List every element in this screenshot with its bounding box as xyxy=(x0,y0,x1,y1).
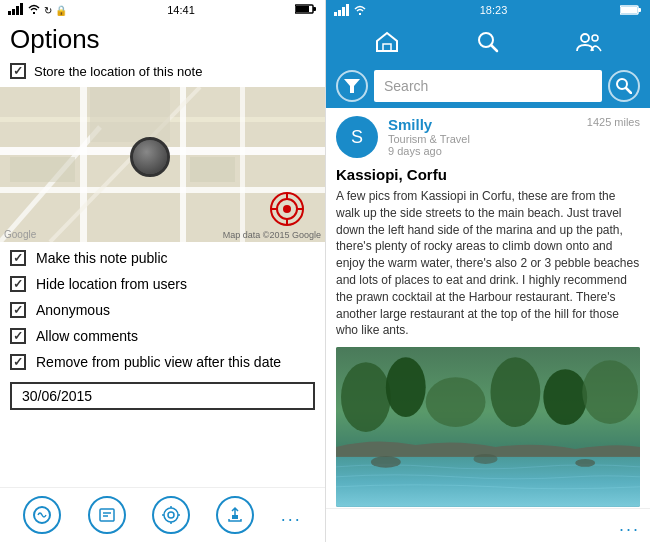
post-image xyxy=(336,347,640,507)
battery-icon-left xyxy=(295,3,317,17)
date-picker[interactable]: 30/06/2015 xyxy=(10,382,315,410)
svg-rect-12 xyxy=(80,87,87,242)
svg-point-63 xyxy=(575,459,595,467)
filter-button[interactable] xyxy=(336,70,368,102)
post-meta: Smilly Tourism & Travel 9 days ago xyxy=(388,116,577,158)
svg-rect-45 xyxy=(383,44,391,51)
toolbar-button-4[interactable] xyxy=(216,496,254,534)
svg-rect-2 xyxy=(16,6,19,15)
label-make-public: Make this note public xyxy=(36,250,168,266)
nav-search[interactable] xyxy=(470,24,506,60)
svg-rect-43 xyxy=(621,7,637,13)
wifi-icon xyxy=(27,4,41,16)
right-panel: 18:23 xyxy=(325,0,650,542)
store-location-checkbox[interactable] xyxy=(10,63,26,79)
post-username: Smilly xyxy=(388,116,577,133)
search-submit-button[interactable] xyxy=(608,70,640,102)
page-title: Options xyxy=(0,20,325,63)
signal-icons-right xyxy=(334,4,367,16)
left-panel: ↻ 🔒 14:41 Options Store the location of … xyxy=(0,0,325,542)
svg-rect-5 xyxy=(296,6,309,12)
search-placeholder: Search xyxy=(384,78,592,94)
svg-rect-38 xyxy=(334,12,337,16)
post-card: S Smilly Tourism & Travel 9 days ago 142… xyxy=(326,108,650,508)
svg-point-57 xyxy=(490,357,540,427)
nav-people[interactable] xyxy=(571,24,607,60)
checkbox-make-public[interactable] xyxy=(10,250,26,266)
svg-point-54 xyxy=(341,362,391,432)
option-remove-public[interactable]: Remove from public view after this date xyxy=(10,352,315,372)
svg-point-58 xyxy=(543,369,587,425)
map-target-icon xyxy=(269,191,305,227)
svg-rect-39 xyxy=(338,10,341,16)
option-make-public[interactable]: Make this note public xyxy=(10,248,315,268)
checkbox-remove-public[interactable] xyxy=(10,354,26,370)
post-body: A few pics from Kassiopi in Corfu, these… xyxy=(336,188,640,339)
nav-home[interactable] xyxy=(369,24,405,60)
svg-rect-44 xyxy=(638,8,641,12)
toolbar-button-3[interactable] xyxy=(152,496,190,534)
checkbox-hide-location[interactable] xyxy=(10,276,26,292)
post-time: 9 days ago xyxy=(388,145,577,157)
battery-icon-right xyxy=(620,4,642,16)
post-header: S Smilly Tourism & Travel 9 days ago 142… xyxy=(336,116,640,158)
signal-icons-left: ↻ 🔒 xyxy=(8,3,67,17)
svg-line-47 xyxy=(491,45,497,51)
post-image-svg xyxy=(336,347,640,507)
toolbar-button-2[interactable] xyxy=(88,496,126,534)
label-remove-public: Remove from public view after this date xyxy=(36,354,281,370)
svg-point-31 xyxy=(164,508,178,522)
svg-rect-40 xyxy=(342,7,345,16)
label-allow-comments: Allow comments xyxy=(36,328,138,344)
label-hide-location: Hide location from users xyxy=(36,276,187,292)
checkbox-anonymous[interactable] xyxy=(10,302,26,318)
status-bar-right: 18:23 xyxy=(326,0,650,20)
checkbox-allow-comments[interactable] xyxy=(10,328,26,344)
wifi-icon-right xyxy=(353,5,367,15)
toolbar-button-1[interactable] xyxy=(23,496,61,534)
search-bar: Search xyxy=(326,64,650,108)
svg-marker-50 xyxy=(344,79,360,93)
time-right: 18:23 xyxy=(480,4,508,16)
lock-icon: 🔒 xyxy=(55,5,67,16)
svg-rect-19 xyxy=(10,157,75,182)
svg-rect-28 xyxy=(100,509,114,521)
svg-point-49 xyxy=(592,35,598,41)
map-copyright: Map data ©2015 Google xyxy=(223,230,321,240)
svg-rect-18 xyxy=(190,157,235,182)
store-location-option[interactable]: Store the location of this note xyxy=(0,63,325,87)
svg-line-52 xyxy=(626,88,631,93)
option-hide-location[interactable]: Hide location from users xyxy=(10,274,315,294)
svg-rect-13 xyxy=(180,87,186,242)
post-distance: 1425 miles xyxy=(587,116,640,158)
signal-icon xyxy=(8,3,24,17)
battery-icons-left xyxy=(295,3,317,17)
refresh-icon: ↻ xyxy=(44,5,52,16)
toolbar-left: ... xyxy=(0,487,325,542)
option-anonymous[interactable]: Anonymous xyxy=(10,300,315,320)
map-container: Map data ©2015 Google Google xyxy=(0,87,325,242)
label-anonymous: Anonymous xyxy=(36,302,110,318)
map-google-label: Google xyxy=(4,229,36,240)
toolbar-more-right[interactable]: ... xyxy=(619,515,640,536)
store-location-label: Store the location of this note xyxy=(34,64,202,79)
svg-point-56 xyxy=(426,377,486,427)
svg-rect-14 xyxy=(240,87,245,242)
map-marker-inner xyxy=(133,140,167,174)
signal-icon-right xyxy=(334,4,350,16)
search-input-container[interactable]: Search xyxy=(374,70,602,102)
options-list: Make this note public Hide location from… xyxy=(0,242,325,378)
svg-rect-0 xyxy=(8,11,11,15)
post-category: Tourism & Travel xyxy=(388,133,577,145)
svg-point-59 xyxy=(582,360,638,424)
option-allow-comments[interactable]: Allow comments xyxy=(10,326,315,346)
toolbar-more-left[interactable]: ... xyxy=(281,505,302,526)
avatar-letter: S xyxy=(351,127,363,148)
svg-rect-6 xyxy=(313,7,316,11)
svg-point-55 xyxy=(386,357,426,417)
svg-rect-3 xyxy=(20,3,23,15)
svg-point-22 xyxy=(283,205,291,213)
svg-point-61 xyxy=(371,456,401,468)
svg-rect-17 xyxy=(90,87,170,142)
post-title: Kassiopi, Corfu xyxy=(336,166,640,183)
